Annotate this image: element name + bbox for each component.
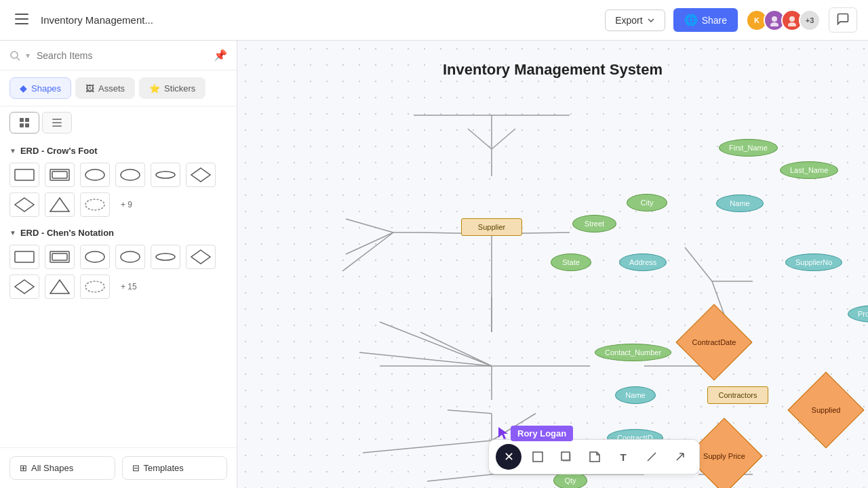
node-last-name[interactable]: Last_Name	[780, 161, 838, 179]
node-supplier-no[interactable]: SupplierNo	[785, 253, 842, 271]
rect-tool-button[interactable]	[526, 445, 550, 468]
stickers-tab-label: Stickers	[164, 83, 195, 94]
svg-rect-16	[15, 169, 34, 180]
node-supplied[interactable]: Supplied	[795, 380, 856, 441]
node-street[interactable]: Street	[572, 215, 616, 232]
shape-ellipse-narrow[interactable]	[151, 163, 180, 187]
svg-point-30	[121, 251, 140, 262]
shape-diamond-1[interactable]	[186, 163, 216, 187]
export-button[interactable]: Export	[605, 9, 665, 31]
arrow-icon	[674, 451, 686, 463]
grid-view-toggle[interactable]	[9, 112, 39, 134]
line-icon	[646, 451, 658, 463]
note-icon	[589, 451, 601, 463]
node-name-entity[interactable]: Name	[716, 195, 764, 212]
section-erd-crowfoot[interactable]: ▼ ERD - Crow's Foot	[9, 146, 227, 156]
shape-chen-rect2[interactable]	[45, 245, 75, 269]
node-contractors[interactable]: Contractors	[707, 386, 768, 404]
all-shapes-button[interactable]: ⊞ All Shapes	[9, 456, 115, 480]
view-toggles	[0, 106, 237, 139]
svg-line-8	[17, 58, 20, 60]
node-contract-date[interactable]: ContractDate	[684, 312, 745, 373]
svg-point-6	[788, 22, 796, 26]
node-supply-price[interactable]: Supply Price	[694, 426, 755, 487]
svg-line-45	[342, 232, 393, 271]
node-contact-number[interactable]: Contact_Number	[595, 344, 671, 361]
svg-rect-13	[52, 119, 62, 120]
tab-assets[interactable]: 🖼 Assets	[75, 77, 135, 99]
svg-point-7	[11, 52, 18, 58]
bottom-toolbar: ✕ T	[488, 439, 700, 474]
shape-diamond-2[interactable]	[9, 192, 39, 217]
arrow-tool-button[interactable]	[668, 445, 692, 468]
assets-tab-icon: 🖼	[85, 83, 94, 94]
pin-icon[interactable]: 📌	[214, 49, 227, 62]
svg-rect-11	[20, 123, 24, 127]
menu-button[interactable]	[11, 9, 33, 30]
svg-point-31	[156, 253, 175, 260]
note-tool-button[interactable]	[583, 445, 607, 468]
node-name-contractor[interactable]: Name	[615, 386, 656, 404]
shape-chen-triangle[interactable]	[45, 274, 75, 299]
svg-rect-0	[15, 14, 28, 15]
shape-dashed-ellipse[interactable]	[80, 192, 110, 217]
node-product-no[interactable]: ProductNo	[848, 305, 868, 323]
search-icon	[9, 50, 20, 61]
sidebar-bottom: ⊞ All Shapes ⊟ Templates	[0, 447, 237, 488]
node-address[interactable]: Address	[619, 253, 667, 271]
search-input[interactable]	[37, 50, 208, 61]
shape-rect-double[interactable]	[45, 163, 75, 187]
close-icon: ✕	[504, 449, 514, 464]
comment-button[interactable]	[829, 7, 857, 33]
shape-triangle-1[interactable]	[45, 192, 75, 217]
templates-label: Templates	[144, 463, 184, 473]
svg-line-74	[648, 453, 656, 461]
svg-rect-71	[533, 452, 542, 462]
doc-title: Inventory Management...	[41, 14, 153, 26]
shape-chen-dashed[interactable]	[80, 274, 110, 299]
shape-chen-diamond2[interactable]	[9, 274, 39, 299]
shape-chen-ellipse2[interactable]	[115, 245, 145, 269]
shape-tabs: ◆ Shapes 🖼 Assets ⭐ Stickers	[0, 70, 237, 106]
shape-chen-ellipse1[interactable]	[80, 245, 110, 269]
svg-rect-2	[15, 23, 28, 24]
templates-button[interactable]: ⊟ Templates	[122, 456, 228, 480]
shape-ellipse-2[interactable]	[115, 163, 145, 187]
list-view-toggle[interactable]	[42, 112, 72, 134]
rect-tool-icon	[532, 451, 544, 463]
line-tool-button[interactable]	[639, 445, 664, 468]
node-city[interactable]: City	[627, 194, 667, 211]
node-supplier[interactable]: Supplier	[461, 218, 522, 236]
cursor-rory-arrow	[497, 426, 509, 441]
cursor-rory-label: Rory Logan	[511, 426, 573, 441]
text-tool-button[interactable]: T	[611, 445, 635, 468]
share-button[interactable]: 🌐 Share	[673, 8, 738, 32]
node-state[interactable]: State	[551, 253, 591, 271]
node-first-name[interactable]: First_Name	[719, 139, 778, 157]
shadow-rect-tool-button[interactable]	[554, 445, 578, 468]
shadow-rect-icon	[560, 451, 572, 463]
shape-list: ▼ ERD - Crow's Foot	[0, 139, 237, 447]
canvas[interactable]: Inventory Management System	[237, 41, 868, 488]
shape-chen-diamond[interactable]	[186, 245, 216, 269]
section-erd-chen[interactable]: ▼ ERD - Chen's Notation	[9, 228, 227, 238]
shape-rect-1[interactable]	[9, 163, 39, 187]
search-dropdown-icon[interactable]: ▾	[26, 51, 30, 60]
more-crowfoot[interactable]: + 9	[115, 197, 138, 212]
more-chen[interactable]: + 15	[115, 279, 142, 294]
shapes-grid-crowfoot: + 9	[9, 163, 227, 217]
tab-stickers[interactable]: ⭐ Stickers	[139, 77, 205, 99]
svg-rect-1	[15, 18, 28, 20]
shape-chen-rect[interactable]	[9, 245, 39, 269]
cursor-rory: Rory Logan	[497, 426, 573, 441]
svg-line-40	[468, 129, 492, 149]
tab-shapes[interactable]: ◆ Shapes	[9, 77, 71, 99]
shapes-grid-chen: + 15	[9, 245, 227, 299]
avatar-count[interactable]: +3	[799, 9, 821, 31]
close-tool-button[interactable]: ✕	[496, 444, 521, 470]
shape-chen-ellipse3[interactable]	[151, 245, 180, 269]
svg-marker-70	[498, 427, 508, 439]
svg-line-43	[346, 219, 393, 232]
templates-icon: ⊟	[132, 463, 140, 473]
shape-ellipse-1[interactable]	[80, 163, 110, 187]
